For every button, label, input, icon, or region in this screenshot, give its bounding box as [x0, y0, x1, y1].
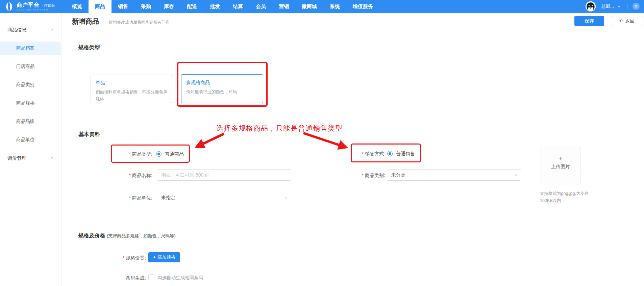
penguin-avatar-icon — [586, 1, 596, 11]
nav-divider — [627, 4, 627, 9]
nav-item-wholesale[interactable]: 批发 — [203, 0, 226, 13]
product-type-radio[interactable] — [156, 151, 162, 157]
spec-type-card-multi[interactable]: 多规格商品 例如服装行业的颜色，尺码 — [181, 74, 263, 103]
category-label: *商品类别: — [331, 172, 385, 178]
app-window: 商户平台 · 连锁版 MERCHANT PLATFORM 概览 商品 销售 采购… — [0, 0, 644, 286]
logo-title: 商户平台 — [17, 2, 40, 8]
card-title: 多规格商品 — [186, 80, 258, 86]
card-desc: 例如服装行业的颜色，尺码 — [186, 88, 258, 96]
sale-mode-value: 普通销售 — [396, 151, 415, 157]
sidebar-item-product-spec[interactable]: 商品规格 — [0, 97, 61, 110]
help-icon[interactable]: ? — [633, 3, 640, 10]
card-title: 单品 — [96, 80, 168, 86]
upload-label: 上传图片 — [541, 164, 580, 170]
main-content: 规格类型 单品 例如便利店单规格销售，不区分颜色等规格 多规格商品 例如服装行业… — [61, 29, 644, 286]
sidebar-group-price-adjust[interactable]: 调价管理 ∨ — [0, 152, 61, 164]
brand-leaf-icon — [5, 2, 14, 11]
page-title: 新增商品 — [72, 17, 99, 26]
product-type-label: *商品类型: — [98, 151, 152, 157]
page-subtitle: 新增修改成功后将同步到所有门店 — [109, 20, 170, 25]
sidebar-item-product-archive[interactable]: 商品档案 — [0, 42, 61, 55]
nav-item-sales[interactable]: 销售 — [112, 0, 134, 13]
annotation-arrow-left — [198, 134, 224, 146]
annotation-arrow-right — [303, 133, 345, 147]
logo-edition: · 连锁版 — [42, 4, 55, 7]
nav-item-purchase[interactable]: 采购 — [134, 0, 157, 13]
section-title-spec-price: 规格及价格(支持商品多规格，如颜色，尺码等) — [78, 232, 176, 239]
chevron-up-icon: ∧ — [51, 25, 53, 34]
section-divider — [78, 121, 632, 121]
user-avatar[interactable] — [586, 1, 596, 11]
nav-item-system[interactable]: 系统 — [323, 0, 346, 13]
product-name-input[interactable] — [157, 169, 291, 181]
nav-item-members[interactable]: 会员 — [249, 0, 272, 13]
section-title-spec-type: 规格类型 — [78, 44, 100, 51]
user-chevron-down-icon[interactable]: ∨ — [618, 2, 620, 11]
save-button[interactable]: 保存 — [574, 16, 604, 26]
nav-item-micro-mall[interactable]: 微商城 — [295, 0, 323, 13]
product-name-label: *商品名称: — [98, 172, 152, 178]
spec-setting-label: *规格设置: — [92, 255, 146, 261]
nav-item-marketing[interactable]: 营销 — [272, 0, 295, 13]
upload-image-button[interactable]: + 上传图片 — [541, 146, 580, 184]
category-select[interactable]: 未分类 ∨ — [387, 169, 521, 181]
nav-item-delivery[interactable]: 配送 — [180, 0, 203, 13]
chevron-down-icon: ∨ — [51, 154, 53, 162]
sale-mode-radio[interactable] — [387, 151, 393, 156]
sale-mode-label: *销售方式: — [331, 151, 385, 157]
plus-icon: + — [541, 155, 580, 162]
nav-item-inventory[interactable]: 库存 — [157, 0, 180, 13]
section-divider — [78, 284, 632, 284]
barcode-checkbox-hint: 勾选自动生成相同条码 — [157, 275, 203, 281]
top-nav: 商户平台 · 连锁版 MERCHANT PLATFORM 概览 商品 销售 采购… — [0, 0, 644, 13]
spec-type-card-single[interactable]: 单品 例如便利店单规格销售，不区分颜色等规格 — [91, 75, 173, 103]
section-title-basic-info: 基本资料 — [78, 131, 100, 138]
nav-item-goods[interactable]: 商品 — [89, 0, 112, 13]
unit-select-value: 未指定 — [161, 192, 175, 203]
add-spec-button[interactable]: +添加规格 — [148, 252, 180, 262]
sidebar: 商品信息 ∧ 商品档案 门店商品 商品类别 商品规格 商品品牌 商品单位 调价管… — [0, 13, 61, 286]
annotation-text: 选择多规格商品，只能是普通销售类型 — [192, 124, 367, 133]
chevron-down-icon: ∨ — [285, 193, 288, 202]
back-button[interactable]: ↶返回 — [611, 16, 643, 26]
upload-hint: 支持格式为png,jpg,大小在 100KB以内 — [540, 190, 611, 204]
plus-icon: + — [153, 255, 156, 260]
logo[interactable]: 商户平台 · 连锁版 MERCHANT PLATFORM — [5, 0, 55, 13]
section-note: (支持商品多规格，如颜色，尺码等) — [107, 233, 176, 238]
sidebar-item-product-brand[interactable]: 商品品牌 — [0, 115, 61, 128]
unit-label: *商品单位: — [98, 195, 152, 201]
nav-item-settlement[interactable]: 结算 — [226, 0, 249, 13]
sidebar-item-product-unit[interactable]: 商品单位 — [0, 133, 61, 147]
sidebar-group-product-info[interactable]: 商品信息 ∧ — [0, 24, 61, 36]
section-divider — [78, 224, 632, 224]
back-arrow-icon: ↶ — [619, 18, 623, 24]
barcode-label: 条码生成: — [92, 275, 146, 281]
unit-select[interactable]: 未指定 ∨ — [157, 192, 291, 203]
product-type-value: 普通商品 — [165, 151, 184, 157]
nav-item-value-added[interactable]: 增值服务 — [346, 0, 379, 13]
nav-menu: 概览 商品 销售 采购 库存 配送 批发 结算 会员 营销 微商城 系统 增值服… — [66, 0, 379, 13]
card-desc: 例如便利店单规格销售，不区分颜色等规格 — [96, 89, 168, 103]
user-name[interactable]: 总部... — [601, 0, 614, 13]
chevron-down-icon: ∨ — [515, 171, 517, 179]
sidebar-item-product-category[interactable]: 商品类别 — [0, 78, 61, 92]
logo-subtitle: MERCHANT PLATFORM — [17, 9, 55, 11]
nav-item-overview[interactable]: 概览 — [66, 0, 89, 13]
sidebar-item-store-products[interactable]: 门店商品 — [0, 60, 61, 73]
page-header: 新增商品 新增修改成功后将同步到所有门店 保存 ↶返回 — [61, 13, 644, 29]
category-select-value: 未分类 — [391, 170, 405, 180]
barcode-checkbox[interactable] — [148, 274, 154, 280]
